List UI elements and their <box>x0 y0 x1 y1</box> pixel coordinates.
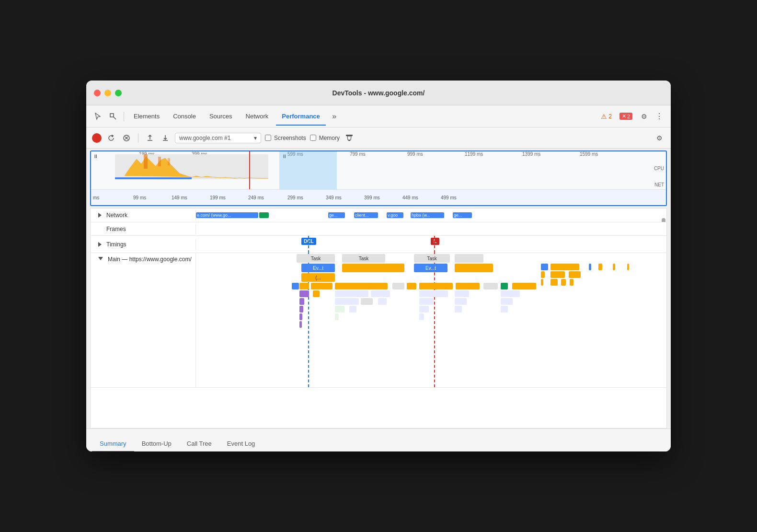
frames-label: Frames <box>106 226 126 232</box>
tmark-1199: 1199 ms <box>465 151 483 157</box>
net-bar-4: v.goo <box>387 212 403 218</box>
network-row: Network e.com/ (www.go... ge... client..… <box>91 208 666 222</box>
network-row-label: Network <box>91 210 196 220</box>
warnings-badge[interactable]: ⚠ 2 <box>598 112 615 121</box>
screenshots-checkbox[interactable] <box>265 135 271 141</box>
fb-31 <box>299 313 302 320</box>
l-marker: L <box>431 238 439 245</box>
fb-32 <box>335 313 339 320</box>
minimize-button[interactable] <box>104 90 111 96</box>
timeline-bottom-markers: ms 99 ms 149 ms 199 ms 249 ms 299 ms 349… <box>91 190 666 205</box>
flame-chart: Task Task Task Ev...t Ev...t (... <box>196 253 666 387</box>
fb-37 <box>589 264 591 270</box>
error-icon: ✕ 2 <box>619 113 632 120</box>
cpu-net-overview[interactable]: ⏸ ⏸ 199 ms 399 ms 599 ms 799 ms 999 ms 1… <box>91 151 666 190</box>
evt-1 <box>342 264 404 272</box>
fb-42 <box>551 271 565 278</box>
fb-35 <box>541 264 548 270</box>
timeline-cursor-line <box>249 151 250 189</box>
tab-summary[interactable]: Summary <box>92 436 134 451</box>
timeline-main-content: Network e.com/ (www.go... ge... client..… <box>90 208 667 428</box>
cursor-icon[interactable] <box>91 110 104 123</box>
fb-2 <box>311 283 333 289</box>
tab-sources[interactable]: Sources <box>204 111 238 122</box>
evt-2: Ev...t <box>414 264 447 272</box>
l-dash-line <box>434 236 435 253</box>
tab-elements[interactable]: Elements <box>128 111 165 122</box>
nav-toolbar: Elements Console Sources Network Perform… <box>86 105 671 127</box>
download-icon[interactable] <box>160 132 171 144</box>
timings-label: Timings <box>106 241 126 248</box>
errors-badge[interactable]: ✕ 2 <box>617 112 635 121</box>
fb-10 <box>512 283 536 289</box>
svg-rect-0 <box>110 114 114 117</box>
tab-bottom-up[interactable]: Bottom-Up <box>134 436 179 451</box>
clear-icon[interactable] <box>121 132 132 144</box>
expand-network-icon[interactable] <box>98 213 102 218</box>
fb-39 <box>613 264 615 270</box>
dcl-dash-line <box>308 236 309 253</box>
warning-icon: ⚠ <box>601 113 607 120</box>
network-label: Network <box>106 212 127 219</box>
close-button[interactable] <box>94 90 101 96</box>
bmark-99: 99 ms <box>133 195 146 200</box>
url-dropdown[interactable]: www.google.com #1 ▾ <box>175 133 261 143</box>
refresh-icon[interactable] <box>105 132 117 144</box>
fb-29 <box>455 306 462 312</box>
svg-line-1 <box>114 117 116 119</box>
fb-24 <box>501 298 513 305</box>
net-bar-5: hpba (w... <box>411 212 444 218</box>
overview-timeline: ⏸ ⏸ 199 ms 399 ms 599 ms 799 ms 999 ms 1… <box>90 150 667 206</box>
fb-7 <box>456 283 480 289</box>
cpu-chart-svg <box>115 154 268 179</box>
tmark-999: 999 ms <box>407 151 423 157</box>
bmark-299: 299 ms <box>287 195 303 200</box>
fb-18 <box>299 298 304 305</box>
fb-41 <box>541 271 545 278</box>
fb-16 <box>455 290 469 297</box>
fb-15 <box>419 290 448 297</box>
tab-console[interactable]: Console <box>167 111 202 122</box>
memory-checkbox[interactable] <box>310 135 316 141</box>
maximize-button[interactable] <box>115 90 122 96</box>
more-options-icon[interactable] <box>653 110 666 123</box>
fb-0 <box>292 283 299 289</box>
fb-9 <box>501 283 508 289</box>
tab-network[interactable]: Network <box>240 111 275 122</box>
more-tabs-icon[interactable]: » <box>328 110 341 123</box>
tab-performance[interactable]: Performance <box>276 111 325 122</box>
frames-row-label: Frames <box>91 224 196 234</box>
network-row-content: e.com/ (www.go... ge... client... v.goo … <box>196 208 666 222</box>
timings-row-content: DCL L <box>196 236 666 253</box>
tmark-1599: 1599 ms <box>580 151 598 157</box>
fb-43 <box>569 271 581 278</box>
upload-icon[interactable] <box>144 132 156 144</box>
collapse-main-icon[interactable] <box>98 257 103 260</box>
scrollbar-thumb[interactable] <box>662 218 665 222</box>
expand-timings-icon[interactable] <box>98 242 102 247</box>
fb-21 <box>378 298 387 305</box>
task-2: Task <box>414 254 450 263</box>
fb-36 <box>551 264 579 270</box>
fb-28 <box>419 306 429 312</box>
timeline-selection[interactable] <box>279 151 337 189</box>
tab-call-tree[interactable]: Call Tree <box>179 436 219 451</box>
net-bar-1 <box>259 212 269 218</box>
perf-settings-icon[interactable] <box>654 132 665 144</box>
fb-47 <box>570 279 573 286</box>
inspect-icon[interactable] <box>106 110 120 123</box>
record-button[interactable] <box>92 133 102 143</box>
memory-brush-icon[interactable] <box>344 132 355 144</box>
func-0: (... <box>301 273 335 282</box>
settings-icon[interactable] <box>637 110 651 123</box>
svg-rect-8 <box>158 157 161 166</box>
task-3 <box>455 254 483 263</box>
fb-44 <box>541 279 543 286</box>
main-thread-label: Main — https://www.google.com/ <box>91 253 196 387</box>
separator2 <box>138 133 138 143</box>
fb-4 <box>392 283 404 289</box>
tab-event-log[interactable]: Event Log <box>219 436 263 451</box>
fb-26 <box>335 306 344 312</box>
tmark-1399: 1399 ms <box>522 151 540 157</box>
task-0: Task <box>297 254 335 263</box>
